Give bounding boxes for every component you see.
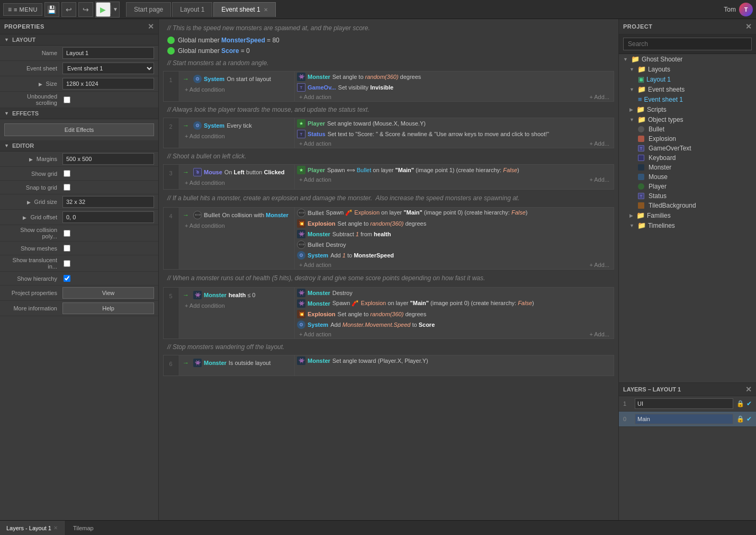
- add-condition-5[interactable]: + Add condition: [181, 301, 292, 310]
- add-condition-2[interactable]: + Add condition: [181, 132, 292, 140]
- properties-close-button[interactable]: ✕: [148, 22, 155, 31]
- add-condition-4[interactable]: + Add condition: [181, 221, 292, 230]
- bottom-tab-layers[interactable]: Layers - Layout 1 ✕: [0, 521, 65, 535]
- tree-item-status[interactable]: T Status: [619, 191, 756, 201]
- system-name-5-4: System: [308, 322, 328, 328]
- project-search-input[interactable]: [623, 38, 752, 50]
- tree-item-keyboard[interactable]: Keyboard: [619, 153, 756, 163]
- comment-row-5: // If a bullet hits a monster, create an…: [159, 191, 618, 206]
- bottom-tab-tilemap[interactable]: Tilemap: [67, 523, 100, 533]
- hierarchy-checkbox[interactable]: [64, 275, 70, 282]
- tree-item-mouse[interactable]: Mouse: [619, 172, 756, 182]
- root-label: Ghost Shooter: [642, 56, 682, 63]
- margins-input[interactable]: [62, 153, 154, 165]
- global-var-icon-2: [167, 47, 175, 55]
- project-props-button[interactable]: View: [62, 287, 154, 299]
- scripts-arrow: ▶: [629, 107, 633, 112]
- event-number-5: 5: [164, 288, 178, 338]
- tree-item-layout1[interactable]: ▣ Layout 1: [619, 74, 756, 84]
- add-action-1[interactable]: + Add action: [295, 93, 336, 101]
- add-action-5[interactable]: + Add action: [295, 330, 336, 338]
- action-5-3: 💥 Explosion Set angle to random(360) deg…: [295, 309, 614, 319]
- editor-section-header[interactable]: ▼ EDITOR: [0, 140, 158, 151]
- layer-name-input-main[interactable]: [635, 414, 733, 424]
- layout1-label: Layout 1: [646, 76, 671, 83]
- add-add-2[interactable]: + Add...: [585, 139, 614, 148]
- bottom-tab-layers-close[interactable]: ✕: [53, 525, 58, 531]
- add-add-5[interactable]: + Add...: [585, 330, 614, 338]
- layer-lock-main[interactable]: 🔒: [736, 415, 744, 423]
- show-grid-row: Show grid: [0, 167, 158, 181]
- add-add-1[interactable]: + Add...: [585, 93, 614, 101]
- layouts-arrow: ▼: [629, 67, 634, 72]
- tree-item-layouts[interactable]: ▼ 📁 Layouts: [619, 64, 756, 74]
- add-action-4[interactable]: + Add action: [295, 261, 336, 269]
- add-action-2[interactable]: + Add action: [295, 139, 336, 148]
- more-info-button[interactable]: Help: [62, 302, 154, 314]
- translucent-label: Show translucent in...: [4, 257, 62, 270]
- project-close-button[interactable]: ✕: [745, 22, 752, 31]
- tree-item-timelines[interactable]: ▼ 📁 Timelines: [619, 220, 756, 230]
- tab-event-sheet1[interactable]: Event sheet 1 ✕: [213, 2, 275, 17]
- snap-grid-checkbox[interactable]: [64, 184, 70, 191]
- tree-item-event-sheets[interactable]: ▼ 📁 Event sheets: [619, 84, 756, 94]
- event-sheet1-label: Event sheet 1: [644, 96, 683, 103]
- more-info-row: More information Help: [0, 301, 158, 316]
- tree-item-families[interactable]: ▶ 📁 Families: [619, 210, 756, 220]
- unbounded-checkbox[interactable]: [64, 96, 70, 103]
- grid-offset-input[interactable]: [62, 211, 154, 223]
- layer-vis-main[interactable]: ✔: [746, 415, 752, 423]
- tab-layout1[interactable]: Layout 1: [172, 2, 212, 17]
- event-row-1: 1 → ⚙ System On start of layout + Add co…: [163, 71, 614, 102]
- show-grid-checkbox[interactable]: [64, 170, 70, 177]
- bullet-icon-4-a1: ⟺: [297, 209, 305, 217]
- tab-start-page[interactable]: Start page: [126, 2, 171, 17]
- user-avatar[interactable]: T: [739, 3, 753, 16]
- event-sheet-select[interactable]: Event sheet 1: [62, 63, 154, 74]
- menu-button[interactable]: ≡ ≡ MENU: [3, 3, 42, 16]
- tree-item-root[interactable]: ▼ 📁 Ghost Shooter: [619, 54, 756, 64]
- meshes-label: Show meshes: [4, 245, 62, 252]
- grid-size-input[interactable]: [62, 196, 154, 208]
- properties-panel-header: PROPERTIES ✕: [0, 19, 158, 34]
- tree-item-explosion[interactable]: Explosion: [619, 134, 756, 144]
- add-add-4[interactable]: + Add...: [585, 261, 614, 269]
- event-2-footer: + Add action + Add...: [295, 139, 614, 148]
- grid-size-arrow: ▶: [27, 200, 31, 205]
- play-run-button[interactable]: ▶: [96, 2, 111, 17]
- event-actions-4: ⟺ Bullet Spawn 🧨 Explosion on layer "Mai…: [295, 208, 614, 269]
- collision-checkbox[interactable]: [64, 230, 70, 237]
- tree-item-scripts[interactable]: ▶ 📁 Scripts: [619, 104, 756, 114]
- save-button[interactable]: 💾: [44, 2, 59, 17]
- effects-section-header[interactable]: ▼ EFFECTS: [0, 108, 158, 119]
- tab-event-sheet1-close[interactable]: ✕: [264, 7, 268, 13]
- edit-effects-button[interactable]: Edit Effects: [4, 123, 154, 136]
- player-icon-3-1: ★: [297, 166, 305, 174]
- meshes-checkbox[interactable]: [64, 245, 70, 252]
- redo-button[interactable]: ↪: [78, 2, 93, 17]
- layer-num-1: 1: [623, 400, 632, 407]
- size-input[interactable]: [62, 78, 154, 90]
- undo-button[interactable]: ↩: [61, 2, 76, 17]
- translucent-checkbox[interactable]: [64, 260, 70, 267]
- play-dropdown-button[interactable]: ▼: [111, 5, 119, 14]
- layer-lock-ui[interactable]: 🔒: [736, 400, 744, 407]
- layer-name-input-ui[interactable]: [635, 398, 733, 409]
- add-condition-1[interactable]: + Add condition: [181, 85, 292, 94]
- layout-name-input[interactable]: [62, 47, 154, 59]
- tree-item-bullet[interactable]: Bullet: [619, 124, 756, 134]
- tree-item-event-sheet1[interactable]: ≡ Event sheet 1: [619, 94, 756, 104]
- add-add-3[interactable]: + Add...: [585, 175, 614, 184]
- layout-section-header[interactable]: ▼ LAYOUT: [0, 34, 158, 46]
- layer-vis-ui[interactable]: ✔: [746, 400, 752, 407]
- event-conditions-5: → 👾 Monster health ≤ 0 + Add condition: [178, 288, 295, 338]
- tree-item-object-types[interactable]: ▼ 📁 Object types: [619, 114, 756, 124]
- tree-item-gameovertext[interactable]: T GameOverText: [619, 144, 756, 153]
- event-conditions-4: → ⟺ Bullet On collision with Monster + A…: [178, 208, 295, 269]
- add-condition-3[interactable]: + Add condition: [181, 179, 292, 187]
- add-action-3[interactable]: + Add action: [295, 175, 336, 184]
- tree-item-monster[interactable]: Monster: [619, 163, 756, 172]
- layers-close-button[interactable]: ✕: [745, 385, 752, 394]
- tree-item-tiledbg[interactable]: TiledBackground: [619, 201, 756, 210]
- tree-item-player[interactable]: Player: [619, 182, 756, 191]
